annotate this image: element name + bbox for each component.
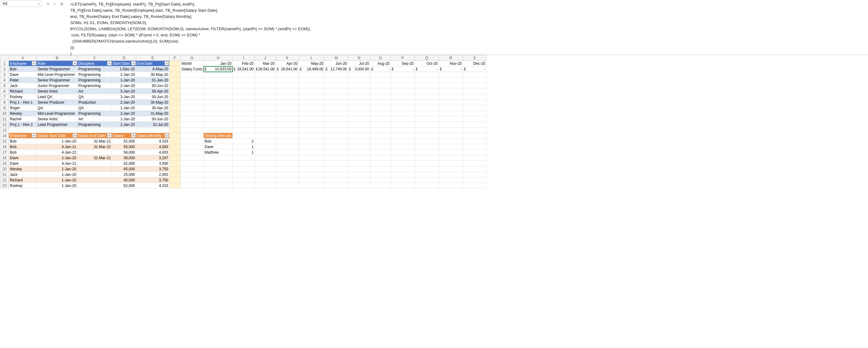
cell[interactable]: Dave [9, 161, 37, 166]
cell[interactable] [391, 116, 414, 122]
cell[interactable]: Rodney [9, 94, 37, 100]
cell[interactable] [391, 77, 414, 83]
cell[interactable] [276, 89, 299, 94]
salary-cost-cell[interactable]: £- [391, 66, 414, 72]
cell[interactable] [232, 77, 255, 83]
cell[interactable] [324, 72, 348, 77]
cell[interactable] [463, 122, 486, 127]
salary-costs-label[interactable]: Salary Costs [181, 66, 204, 72]
cell[interactable] [181, 100, 204, 105]
month-label[interactable]: Month [181, 61, 204, 66]
cell[interactable] [276, 183, 299, 189]
row-header[interactable]: 6 [0, 89, 9, 94]
cell[interactable] [439, 77, 463, 83]
month-header[interactable]: Feb-20 [232, 61, 255, 66]
cell[interactable] [324, 94, 348, 100]
cell[interactable] [276, 161, 299, 166]
cell[interactable]: 4,833 [136, 150, 169, 155]
cell[interactable] [181, 172, 204, 178]
cell[interactable]: Richard [9, 89, 37, 94]
cell[interactable] [370, 83, 391, 89]
cell[interactable] [255, 178, 276, 183]
cell[interactable] [391, 144, 414, 150]
cell[interactable] [370, 178, 391, 183]
cell[interactable] [181, 166, 204, 172]
col-header[interactable]: A [9, 55, 37, 61]
cell[interactable] [463, 183, 486, 189]
cell[interactable] [181, 150, 204, 155]
cell[interactable] [391, 155, 414, 161]
cell[interactable] [391, 83, 414, 89]
cell[interactable]: 6-May-20 [136, 66, 169, 72]
cell[interactable] [391, 94, 414, 100]
cell[interactable] [370, 116, 391, 122]
cell[interactable] [414, 83, 439, 89]
cell[interactable] [169, 138, 181, 144]
cell[interactable] [181, 72, 204, 77]
cell[interactable] [391, 138, 414, 144]
cell[interactable]: 4,333 [136, 138, 169, 144]
cell[interactable] [276, 150, 299, 155]
salary-cost-cell[interactable]: £28,541.00 [276, 66, 299, 72]
cell[interactable] [255, 133, 276, 138]
cell[interactable] [324, 77, 348, 83]
cell[interactable] [232, 105, 255, 111]
cell[interactable] [463, 77, 486, 83]
cell[interactable] [181, 161, 204, 166]
cell[interactable] [255, 72, 276, 77]
cell[interactable] [324, 122, 348, 127]
cell[interactable] [439, 111, 463, 116]
cell[interactable] [391, 178, 414, 183]
cell[interactable] [204, 178, 233, 183]
cell[interactable] [348, 116, 370, 122]
cell[interactable] [348, 138, 370, 144]
month-header[interactable]: Apr-20 [276, 61, 299, 66]
name-box[interactable]: H2 ▾ [1, 1, 41, 7]
cell[interactable] [136, 127, 169, 133]
cell[interactable] [181, 138, 204, 144]
cell[interactable] [439, 116, 463, 122]
cell[interactable] [78, 127, 112, 133]
cell[interactable] [299, 172, 324, 178]
cell[interactable] [181, 183, 204, 189]
cell[interactable] [463, 83, 486, 89]
row-header[interactable]: 9 [0, 105, 9, 111]
cell[interactable] [439, 100, 463, 105]
cell[interactable]: 30-May-20 [136, 72, 169, 77]
cell[interactable] [391, 166, 414, 172]
cell[interactable] [370, 105, 391, 111]
cell[interactable] [169, 183, 181, 189]
cell[interactable] [204, 116, 233, 122]
row-header[interactable]: 3 [0, 72, 9, 77]
cell[interactable] [255, 155, 276, 161]
cell[interactable] [299, 144, 324, 150]
cell[interactable]: Peter [9, 77, 37, 83]
row-header[interactable]: 14 [0, 133, 9, 138]
cell[interactable] [232, 178, 255, 183]
cell[interactable] [255, 94, 276, 100]
row-header[interactable]: 13 [0, 127, 9, 133]
cell[interactable] [370, 77, 391, 83]
cell[interactable]: 1-Jan-20 [37, 155, 78, 161]
cell[interactable] [463, 100, 486, 105]
cell[interactable] [463, 155, 486, 161]
cell[interactable]: Junior Programmer [37, 83, 78, 89]
table-header-cell[interactable]: Salary Start Date▾ [37, 133, 78, 138]
cell[interactable] [324, 133, 348, 138]
cell[interactable] [169, 105, 181, 111]
row-header[interactable]: 22 [0, 178, 9, 183]
cell[interactable] [204, 122, 233, 127]
cell[interactable] [370, 144, 391, 150]
filter-dropdown-icon[interactable]: ▾ [164, 133, 169, 137]
cell[interactable] [414, 150, 439, 155]
cell[interactable] [204, 111, 233, 116]
cell[interactable] [299, 111, 324, 116]
cell[interactable] [276, 83, 299, 89]
cell[interactable] [414, 161, 439, 166]
testing-intervals-header[interactable]: Testing Intervals [204, 133, 233, 138]
cell[interactable] [324, 105, 348, 111]
cell[interactable]: 3-Jan-20 [112, 89, 136, 94]
cell[interactable]: 30-May-20 [136, 100, 169, 105]
cell[interactable]: QA [37, 105, 78, 111]
salary-cost-cell[interactable]: £12,749.00 [324, 66, 348, 72]
